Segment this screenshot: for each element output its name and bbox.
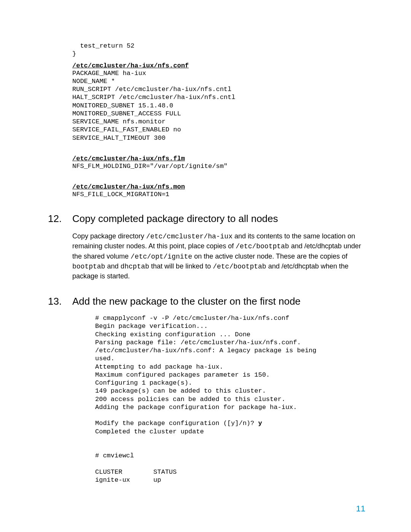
s12-code4: bootptab <box>72 263 105 270</box>
file1-header: /etc/cmcluster/ha-iux/nfs.conf <box>72 62 365 69</box>
s13-cmd-pre: # cmapplyconf -v -P /etc/cmcluster/ha-iu… <box>95 315 317 427</box>
s12-t5: and <box>105 262 120 270</box>
section-13-heading: 13. Add the new package to the cluster o… <box>72 296 365 307</box>
section-12-heading: 12. Copy completed package directory to … <box>72 213 365 225</box>
s12-code3: /etc/opt/ignite <box>131 253 192 260</box>
file2-body: NFS_FLM_HOLDING_DIR="/var/opt/ignite/sm" <box>72 162 365 170</box>
s13-cmd-bold: y <box>258 420 262 427</box>
file2-header: /etc/cmcluster/ha-iux/nfs.flm <box>72 155 365 162</box>
file1-body: PACKAGE_NAME ha-iux NODE_NAME * RUN_SCRI… <box>72 69 365 142</box>
s12-t6: that will be linked to <box>149 262 213 270</box>
section-12-number: 12. <box>48 213 72 225</box>
s12-code2: /etc/bootptab <box>236 243 289 250</box>
s12-t1: Copy package directory <box>72 232 146 240</box>
s12-t4: on the active cluster node. These are th… <box>192 252 347 260</box>
s12-code5: dhcptab <box>120 263 149 270</box>
s13-cmd-post: Completed the cluster update # cmviewcl … <box>95 428 204 484</box>
section-13-title-text: Add the new package to the cluster on th… <box>72 296 301 307</box>
section-12-paragraph: Copy package directory /etc/cmcluster/ha… <box>72 232 365 281</box>
document-page: test_return 52 } /etc/cmcluster/ha-iux/n… <box>0 0 411 532</box>
page-number: 11 <box>356 504 365 514</box>
file3-body: NFS_FILE_LOCK_MIGRATION=1 <box>72 190 365 198</box>
section-13-number: 13. <box>48 296 72 307</box>
top-code-block: test_return 52 } <box>72 42 365 58</box>
s12-code6: /etc/bootptab <box>213 263 266 270</box>
section-13-command-block: # cmapplyconf -v -P /etc/cmcluster/ha-iu… <box>95 314 365 484</box>
section-12-title-text: Copy completed package directory to all … <box>72 213 278 225</box>
file3-header: /etc/cmcluster/ha-iux/nfs.mon <box>72 183 365 190</box>
s12-code1: /etc/cmcluster/ha-iux <box>146 233 233 240</box>
